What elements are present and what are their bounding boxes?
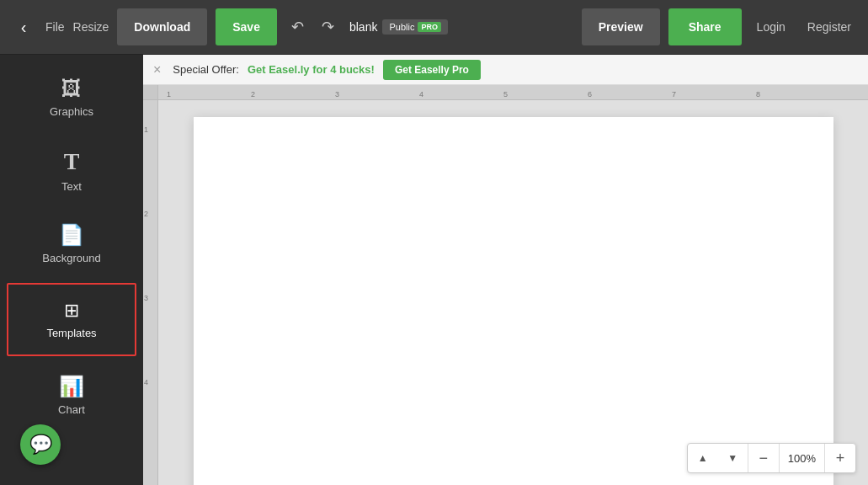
ruler-vertical: 1234 [143,100,158,485]
sidebar-label-text: Text [61,180,82,193]
share-button[interactable]: Share [668,8,742,45]
visibility-badge[interactable]: Public PRO [382,19,447,35]
canvas-document [194,117,833,485]
ruler-corner [143,85,158,100]
canvas-row: 1234 [143,100,868,485]
sidebar-label-chart: Chart [58,403,85,416]
file-menu[interactable]: File [45,20,65,34]
zoom-down-button[interactable]: ▼ [718,443,748,473]
zoom-minus-button[interactable]: − [748,443,779,473]
toolbar: ‹ File Resize Download Save ↶ ↷ blank Pu… [0,0,868,55]
download-button[interactable]: Download [117,8,207,45]
ruler-h-row: 12345678 [143,85,868,100]
undo-redo-group: ↶ ↷ [285,14,341,40]
register-button[interactable]: Register [801,20,858,34]
preview-button[interactable]: Preview [582,8,660,45]
undo-button[interactable]: ↶ [285,14,311,40]
sidebar-item-text[interactable]: T Text [0,133,143,208]
sidebar-item-chart[interactable]: 📊 Chart [0,360,143,431]
main-area: 🖼 Graphics T Text 📄 Background ⊞ Templat… [0,55,868,485]
pro-badge: PRO [418,22,441,32]
zoom-plus-button[interactable]: + [825,443,855,473]
notification-text: Special Offer: [173,63,239,76]
sidebar-item-background[interactable]: 📄 Background [0,208,143,280]
sidebar: 🖼 Graphics T Text 📄 Background ⊞ Templat… [0,55,143,485]
canvas-area: × Special Offer: Get Easel.ly for 4 buck… [143,55,868,485]
rulers-canvas: 12345678 1234 [143,85,868,485]
text-icon: T [64,148,80,175]
notification-close[interactable]: × [153,62,161,77]
login-button[interactable]: Login [750,20,792,34]
notification-link[interactable]: Get Easel.ly for 4 bucks! [248,63,375,76]
background-icon: 📄 [59,223,84,247]
templates-icon: ⊞ [64,300,79,322]
chat-button[interactable]: 💬 [20,424,61,465]
visibility-label: Public [389,22,414,32]
sidebar-label-background: Background [42,252,100,264]
canvas-scroll[interactable] [158,100,868,485]
redo-button[interactable]: ↷ [316,14,341,40]
save-button[interactable]: Save [216,8,277,45]
doc-name-area: blank Public PRO [349,19,448,35]
chat-icon: 💬 [29,434,52,456]
resize-menu[interactable]: Resize [73,20,109,34]
sidebar-item-templates[interactable]: ⊞ Templates [7,283,136,356]
chart-icon: 📊 [59,375,84,398]
zoom-controls: ▲ ▼ − 100% + [687,443,856,473]
get-pro-button[interactable]: Get Easelly Pro [383,60,481,80]
notification-bar: × Special Offer: Get Easel.ly for 4 buck… [143,55,868,85]
zoom-level: 100% [779,443,825,473]
graphics-icon: 🖼 [61,77,82,100]
back-button[interactable]: ‹ [10,13,37,40]
sidebar-label-graphics: Graphics [50,105,93,118]
sidebar-label-templates: Templates [46,327,96,339]
ruler-horizontal: 12345678 [158,85,868,100]
zoom-up-button[interactable]: ▲ [688,443,718,473]
doc-name: blank [349,20,377,34]
sidebar-item-graphics[interactable]: 🖼 Graphics [0,61,143,133]
